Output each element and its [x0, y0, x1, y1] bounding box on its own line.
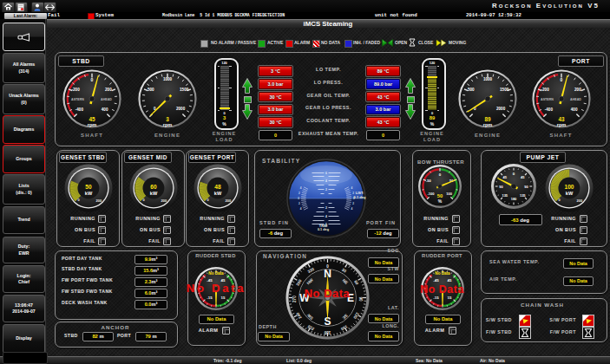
svg-text:-45: -45: [433, 278, 439, 283]
svg-text:89: 89: [484, 116, 491, 122]
svg-text:-50: -50: [425, 179, 431, 183]
svg-text:4: 4: [299, 186, 301, 190]
svg-text:100: 100: [564, 184, 574, 190]
svg-text:500: 500: [148, 88, 154, 92]
svg-text:4: 4: [351, 207, 352, 211]
svg-text:135: 135: [519, 193, 525, 198]
svg-text:4: 4: [299, 207, 301, 211]
svg-text:-45: -45: [207, 278, 213, 283]
svg-text:400: 400: [102, 107, 108, 112]
svg-text:400: 400: [570, 107, 577, 112]
svg-text:-400: -400: [544, 107, 553, 112]
svg-text:-15: -15: [433, 296, 439, 300]
svg-text:1000: 1000: [483, 77, 493, 81]
svg-text:2000: 2000: [176, 107, 186, 111]
svg-text:0: 0: [298, 197, 299, 200]
svg-text:ASTERN: ASTERN: [71, 98, 84, 101]
svg-text:kW: kW: [85, 191, 93, 196]
svg-text:180: 180: [324, 329, 331, 334]
svg-text:0: 0: [560, 77, 562, 82]
svg-text:200: 200: [105, 88, 112, 92]
svg-text:kW: kW: [150, 191, 158, 196]
svg-text:43: 43: [558, 116, 565, 122]
svg-text:4: 4: [325, 214, 327, 218]
svg-text:rpm: rpm: [483, 122, 493, 127]
svg-text:90: 90: [524, 185, 528, 189]
svg-text:60: 60: [150, 184, 157, 190]
svg-text:AHEAD: AHEAD: [570, 98, 581, 101]
svg-text:-400: -400: [75, 107, 84, 112]
svg-text:48: 48: [214, 184, 221, 190]
svg-text:180: 180: [510, 197, 516, 201]
svg-text:2: 2: [298, 192, 299, 195]
svg-text:-200: -200: [541, 88, 549, 92]
svg-text:TRIM: TRIM: [318, 224, 326, 227]
svg-text:kW: kW: [565, 191, 573, 196]
svg-text:45: 45: [502, 175, 507, 179]
svg-text:135: 135: [502, 193, 508, 198]
svg-text:2000: 2000: [496, 107, 506, 111]
svg-text:3: 3: [166, 116, 169, 122]
svg-text:rpm: rpm: [88, 122, 97, 127]
svg-text:4: 4: [351, 186, 352, 190]
svg-text:45: 45: [447, 278, 451, 283]
svg-text:AHEAD: AHEAD: [101, 98, 112, 101]
svg-text:200: 200: [96, 198, 102, 202]
svg-text:200: 200: [576, 198, 582, 202]
svg-text:No Data: No Data: [208, 271, 224, 276]
svg-text:15: 15: [447, 296, 451, 300]
svg-text:45: 45: [521, 175, 525, 179]
svg-text:15: 15: [220, 296, 225, 300]
svg-text:200: 200: [226, 198, 232, 202]
svg-text:2: 2: [325, 205, 327, 209]
svg-text:rpm: rpm: [163, 122, 173, 127]
svg-text:45: 45: [89, 116, 95, 122]
svg-text:2: 2: [325, 187, 327, 191]
svg-text:1500: 1500: [180, 88, 189, 92]
svg-text:0.1 deg: 0.1 deg: [353, 195, 365, 199]
svg-text:No Data: No Data: [435, 271, 450, 276]
svg-text:-15: -15: [207, 296, 213, 300]
svg-text:200: 200: [161, 198, 167, 202]
svg-text:0.1 deg: 0.1 deg: [317, 228, 329, 231]
svg-text:kW: kW: [214, 191, 222, 196]
svg-text:1500: 1500: [500, 88, 509, 92]
svg-text:90: 90: [499, 185, 503, 189]
svg-text:-100: -100: [427, 192, 435, 196]
svg-text:45: 45: [220, 278, 225, 283]
svg-text:100: 100: [446, 192, 452, 196]
svg-text:0: 0: [91, 77, 94, 82]
svg-text:%: %: [437, 198, 442, 204]
svg-text:2: 2: [298, 202, 299, 205]
svg-text:2: 2: [352, 202, 354, 205]
svg-text:200: 200: [574, 88, 581, 92]
svg-text:50: 50: [85, 184, 92, 190]
svg-text:-200: -200: [72, 88, 81, 92]
svg-text:ASTERN: ASTERN: [541, 98, 554, 101]
svg-text:1000: 1000: [163, 77, 173, 81]
svg-text:500: 500: [468, 88, 475, 92]
svg-text:rpm: rpm: [556, 122, 566, 127]
